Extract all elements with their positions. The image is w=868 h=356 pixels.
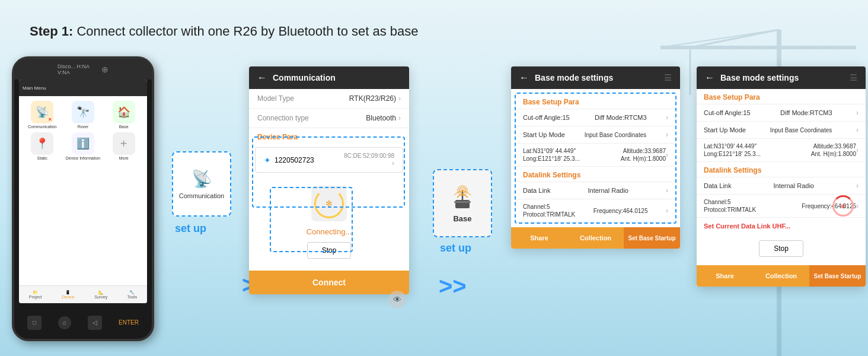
phone-plus-icon: ⊕ [101, 65, 108, 74]
base-startup-btn-2[interactable]: Set Base Startup [809, 265, 866, 287]
base-channel-label-2: Channel:5 [704, 199, 802, 205]
screen-icon-more[interactable]: + More [105, 132, 142, 160]
base-datalink-title-1: Datalink Settings [516, 167, 675, 182]
screen-icon-rover[interactable]: 🔭 Rover [65, 101, 102, 129]
step-title: Step 1: Connect collector with one R26 b… [30, 24, 419, 39]
base-collection-btn-2[interactable]: Collection [753, 265, 809, 287]
comm-bt-device-row[interactable]: ✦ 1220502723 8C:DE:52:09:00:98 › [255, 147, 403, 173]
base-panel-2-list-icon: ☰ [850, 73, 857, 82]
base-startup-label-2: Start Up Mode [704, 126, 746, 134]
base-frequency-label-1: Frequency:464.0125 [593, 208, 648, 214]
nav-survey[interactable]: 📐Survey [94, 290, 107, 299]
base-coord-chevron-2: › [856, 146, 859, 154]
base-data-link-value-1: Internal Radio [588, 187, 628, 194]
base-cutoff-label-1: Cut-off Angle:15 [523, 114, 570, 121]
comm-back-arrow[interactable]: ← [257, 72, 267, 83]
set-datalink-text: Set Current Data Link UHF... [697, 218, 866, 234]
connecting-spinner: ✻ [314, 189, 344, 218]
phone-mockup: Disco... H:NAV:NA ⊕ Main Menu 📡 ✕ Commun… [12, 56, 154, 341]
communication-icon: 📡 [192, 169, 212, 189]
phone-btn-recent[interactable]: ◁ [88, 316, 102, 330]
comm-model-type-row: Model Type RTK(R23/R26) › [249, 89, 409, 109]
screen-title: Main Menu [23, 85, 46, 91]
base-setup-para-title-2: Base Setup Para [697, 89, 866, 104]
base-channel-chevron-1: › [666, 206, 668, 215]
stop-button-base[interactable]: Stop [759, 240, 803, 257]
gps-device-icon [448, 183, 477, 212]
base-device-label: Base [453, 214, 471, 223]
base-long-label-2: Long:E121°18′ 25.3... [704, 151, 811, 157]
screen-icon-base[interactable]: 🏠 Base [105, 101, 142, 129]
step-description: Connect collector with one R26 by Blueto… [76, 24, 418, 39]
screen-icons-grid: 📡 ✕ Communication 🔭 Rover 🏠 Base [19, 96, 147, 165]
base-startup-chevron-2: › [856, 126, 859, 134]
base-panel-1-list-icon: ☰ [664, 73, 672, 82]
base-lat-label-2: Lat:N31°09′ 44.449″ [704, 143, 811, 150]
base-startup-chevron-1: › [666, 131, 668, 139]
screen-icon-label-static: Static [37, 156, 48, 160]
base-bottom-btns-1: Share Collection Set Base Startup [511, 227, 680, 249]
comm-model-type-chevron: › [398, 94, 401, 103]
base-device-highlight: Base [433, 169, 492, 237]
base-share-btn-1[interactable]: Share [511, 227, 567, 249]
base-panel-1-header: ← Base mode settings ☰ [511, 66, 680, 89]
phone-btn-home[interactable]: ⌂ [58, 316, 71, 329]
base-setup-label: set up [440, 242, 471, 255]
comm-connecting-area: ✻ Connecting... Stop [249, 176, 409, 268]
screen-icon-static[interactable]: 📍 Static [24, 132, 61, 160]
phone-btn-enter[interactable]: ENTER [119, 319, 139, 326]
screen-icon-communication[interactable]: 📡 ✕ Communication [24, 101, 61, 129]
base-data-link-row-2: Data Link Internal Radio › [697, 177, 866, 195]
base-cutoff-label-2: Cut-off Angle:15 [704, 109, 751, 116]
comm-device-id: 1220502723 [275, 156, 314, 164]
stop-button[interactable]: Stop [307, 242, 352, 259]
base-panel-1-title: Base mode settings [535, 73, 613, 82]
base-startup-value-1: Input Base Coordinates [585, 132, 647, 138]
base-panel-2-back[interactable]: ← [705, 72, 714, 83]
base-protocol-label-2: Protocol:TRIMTALK [704, 206, 802, 213]
screen-header: Main Menu [19, 80, 147, 96]
step-number: Step 1: [30, 24, 73, 39]
bluetooth-icon: ✦ [264, 155, 271, 165]
base-panel-2-header: ← Base mode settings ☰ [697, 66, 866, 89]
nav-device[interactable]: 📱Device [62, 290, 74, 299]
base-startup-btn-1[interactable]: Set Base Startup [624, 227, 680, 249]
base-cutoff-chevron-1: › [666, 113, 668, 122]
comm-connection-type-value: Bluetooth › [366, 114, 401, 122]
base-mode-panel-2: ← Base mode settings ☰ Base Setup Para C… [697, 66, 866, 287]
base-cutoff-row-2: Cut-off Angle:15 Diff Mode:RTCM3 › [697, 104, 866, 122]
base-share-btn-2[interactable]: Share [697, 265, 753, 287]
arrow-2: >> [439, 273, 467, 300]
connecting-text: Connecting... [307, 227, 352, 236]
communication-highlight-box: 📡 Communication [172, 151, 231, 217]
base-lat-row-2: Lat:N31°09′ 44.449″ Long:E121°18′ 25.3..… [697, 139, 866, 162]
transition-eye-icon: 👁 [388, 291, 406, 309]
base-collection-btn-1[interactable]: Collection [567, 227, 624, 249]
base-data-link-row-1: Data Link Internal Radio › [516, 182, 675, 199]
base-data-link-chevron-2: › [856, 182, 859, 190]
nav-project[interactable]: 📁Project [29, 290, 42, 299]
connect-button[interactable]: Connect [249, 271, 409, 294]
base-channel-chevron-2: › [856, 202, 859, 210]
communication-panel: ← Communication Model Type RTK(R23/R26) … [249, 66, 409, 294]
phone-btn-back[interactable]: □ [27, 316, 42, 330]
base-lat-row-1: Lat:N31°09′ 44.449″ Long:E121°18′ 25.3..… [516, 144, 675, 167]
svg-line-4 [660, 30, 779, 47]
nav-tools[interactable]: 🔧Tools [127, 290, 137, 299]
base-datalink-title-2: Datalink Settings [697, 162, 866, 177]
comm-device-para-title: Device Para [249, 128, 409, 144]
base-protocol-label-1: Protocol:TRIMTALK [523, 211, 575, 218]
phone-screen: Main Menu 📡 ✕ Communication 🔭 Rover 🏠 [19, 80, 147, 303]
screen-icon-device-info[interactable]: ℹ️ Device Information [65, 132, 102, 160]
comm-panel-title: Communication [273, 73, 336, 82]
base-startup-row-2: Start Up Mode Input Base Coordinates › [697, 122, 866, 139]
base-panel-1-back[interactable]: ← [519, 72, 529, 83]
svg-rect-18 [454, 201, 471, 203]
base-altitude-label-2: Altitude:33.9687 [813, 143, 856, 150]
comm-connection-chevron: › [398, 114, 401, 122]
base-data-link-label-2: Data Link [704, 182, 731, 189]
base-channel-label-1: Channel:5 [523, 204, 575, 210]
svg-line-3 [690, 30, 779, 47]
comm-panel-header: ← Communication [249, 66, 409, 89]
base-ant-label-2: Ant. H(m):1.8000 [811, 151, 856, 157]
